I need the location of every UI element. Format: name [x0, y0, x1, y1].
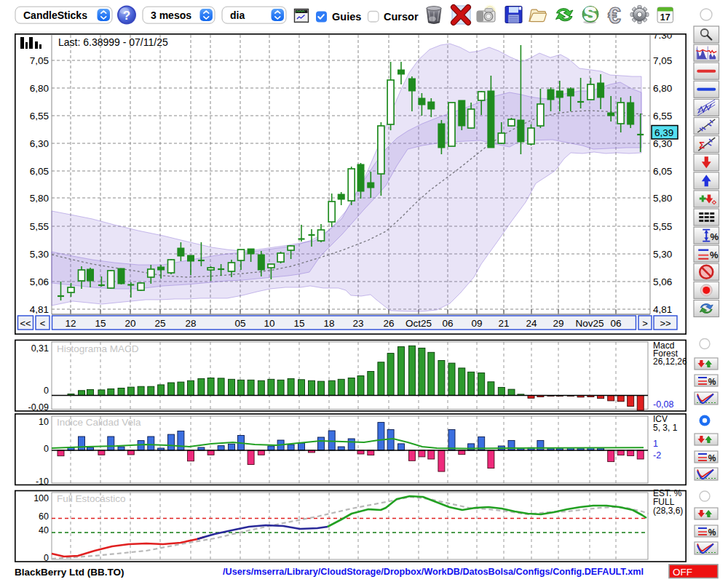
svg-text:<: < [40, 318, 46, 329]
svg-text:Full Estocástico: Full Estocástico [57, 493, 126, 504]
svg-text:%: % [710, 231, 719, 242]
svg-text:%: % [708, 453, 716, 463]
svg-text:Σ: Σ [699, 140, 705, 151]
svg-text:CandleSticks: CandleSticks [23, 9, 87, 21]
svg-text:40: 40 [39, 525, 49, 535]
svg-text:25: 25 [154, 318, 165, 329]
svg-text:4,81: 4,81 [30, 304, 49, 315]
svg-text:BlackBerry Ltd (BB.TO): BlackBerry Ltd (BB.TO) [15, 567, 124, 578]
svg-text:-10: -10 [36, 477, 49, 487]
svg-text:6,55: 6,55 [30, 111, 49, 121]
svg-text:06: 06 [610, 318, 621, 329]
svg-text:5,55: 5,55 [30, 221, 49, 232]
svg-text:5,30: 5,30 [30, 249, 49, 260]
svg-text:>>: >> [660, 318, 670, 329]
svg-text:28: 28 [185, 318, 196, 329]
svg-text:6,80: 6,80 [653, 83, 672, 94]
svg-text:5,06: 5,06 [30, 276, 49, 287]
svg-text:?: ? [123, 9, 130, 23]
svg-text:26,12,26: 26,12,26 [653, 356, 687, 367]
svg-text:6,55: 6,55 [653, 111, 672, 121]
svg-text:%: % [708, 377, 716, 387]
svg-text:05: 05 [234, 318, 245, 329]
svg-text:5,80: 5,80 [30, 193, 49, 204]
svg-text:21: 21 [498, 318, 509, 329]
svg-text:5,06: 5,06 [653, 276, 672, 287]
svg-text:7,05: 7,05 [30, 55, 49, 66]
svg-text:6,30: 6,30 [30, 138, 49, 149]
svg-text:6,05: 6,05 [30, 166, 49, 177]
svg-text:%: % [710, 250, 719, 260]
svg-text:5,80: 5,80 [653, 193, 672, 204]
svg-text:Last: 6.38999 - 07/11/25: Last: 6.38999 - 07/11/25 [58, 36, 168, 48]
svg-text:12: 12 [65, 318, 76, 329]
svg-text:1: 1 [653, 439, 658, 449]
svg-text:Nov25: Nov25 [575, 318, 604, 329]
svg-text:23: 23 [352, 318, 363, 329]
svg-text:Guies: Guies [332, 11, 361, 23]
svg-text:Cursor: Cursor [384, 11, 419, 23]
svg-text:09: 09 [471, 318, 482, 329]
svg-text:S: S [584, 3, 596, 25]
svg-text:5, 3, 1: 5, 3, 1 [653, 423, 678, 433]
svg-text:26: 26 [383, 318, 394, 329]
svg-text:-0,09: -0,09 [28, 402, 50, 412]
svg-text:29: 29 [553, 318, 563, 329]
svg-text:6,05: 6,05 [653, 166, 672, 177]
svg-text:<<: << [20, 318, 31, 329]
svg-text:>: > [642, 318, 648, 329]
svg-text:OFF: OFF [673, 567, 692, 578]
svg-text:Indice Calidad Vela: Indice Calidad Vela [57, 417, 141, 428]
svg-text:10: 10 [39, 417, 49, 427]
svg-text:/Users/mserra/Library/CloudSto: /Users/mserra/Library/CloudStorage/Dropb… [223, 566, 644, 577]
svg-text:Oct25: Oct25 [405, 318, 432, 329]
svg-text:100: 100 [33, 493, 49, 503]
svg-text:0: 0 [44, 444, 49, 454]
svg-text:0: 0 [44, 386, 49, 396]
svg-text:dia: dia [230, 9, 245, 21]
svg-text:6,80: 6,80 [30, 83, 49, 94]
svg-text:-2: -2 [653, 450, 661, 461]
svg-text:24: 24 [526, 318, 537, 329]
svg-text:15: 15 [293, 318, 304, 329]
svg-text:10: 10 [264, 318, 274, 329]
svg-text:60: 60 [39, 511, 49, 522]
svg-text:5,30: 5,30 [653, 249, 672, 260]
svg-text:15: 15 [95, 318, 106, 329]
svg-text:(28,3,6): (28,3,6) [653, 506, 683, 516]
svg-text:-0,08: -0,08 [653, 399, 674, 410]
svg-text:€: € [608, 2, 621, 28]
svg-text:18: 18 [323, 318, 334, 329]
svg-text:17: 17 [660, 12, 670, 23]
svg-text:7,05: 7,05 [653, 55, 672, 66]
svg-text:0,31: 0,31 [31, 343, 49, 354]
svg-text:20: 20 [124, 318, 135, 329]
svg-text:Histograma MACD: Histograma MACD [57, 343, 139, 354]
svg-text:4,81: 4,81 [653, 304, 672, 315]
svg-text:%: % [708, 527, 716, 538]
svg-text:5,55: 5,55 [653, 221, 672, 232]
svg-text:6,39: 6,39 [654, 127, 673, 138]
svg-text:3 mesos: 3 mesos [151, 9, 191, 21]
svg-text:06: 06 [442, 318, 453, 329]
svg-text:0: 0 [44, 553, 49, 563]
